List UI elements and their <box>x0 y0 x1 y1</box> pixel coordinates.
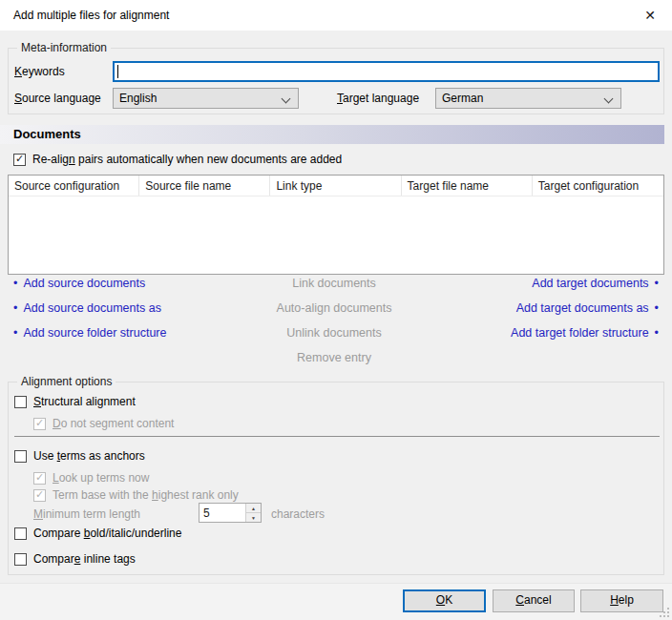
term-base-highest-rank-label: Term base with the highest rank only <box>52 488 239 502</box>
source-language-label: Source language <box>14 92 101 105</box>
add-target-documents-as-link[interactable]: Add target documents as <box>516 301 649 315</box>
column-header-target-file-name[interactable]: Target file name <box>402 176 533 196</box>
close-icon: ✕ <box>644 8 656 23</box>
documents-table-header: Source configuration Source file name Li… <box>9 176 663 196</box>
do-not-segment-checkbox: ✓ Do not segment content <box>33 417 174 430</box>
checkbox-checked-icon: ✓ <box>13 154 26 166</box>
documents-table-body <box>9 196 663 275</box>
target-links-column: Add target documents• Add target documen… <box>511 277 659 351</box>
bullet-icon: • <box>655 301 659 315</box>
target-language-value: German <box>442 92 483 105</box>
remove-entry-action: Remove entry <box>297 351 371 364</box>
realign-label: Re-align pairs automatically when new do… <box>32 153 342 166</box>
use-terms-as-anchors-label: Use terms as anchors <box>33 449 145 463</box>
link-actions-column: Link documents Auto-align documents Unli… <box>220 277 449 376</box>
add-target-folder-structure-link[interactable]: Add target folder structure <box>511 326 649 340</box>
source-language-select[interactable]: English <box>113 88 299 109</box>
bullet-icon: • <box>13 301 17 315</box>
button-bar: OK Cancel Help <box>0 583 672 620</box>
look-up-terms-checkbox: ✓ Look up terms now <box>33 471 149 485</box>
source-links-column: •Add source documents •Add source docume… <box>13 277 166 351</box>
resize-grip[interactable] <box>659 607 669 617</box>
meta-information-group-label: Meta-information <box>17 41 111 54</box>
bullet-icon: • <box>13 277 17 290</box>
checkbox-checked-disabled-icon: ✓ <box>33 472 46 485</box>
unlink-documents-action: Unlink documents <box>286 326 381 340</box>
meta-information-group: Meta-information Keywords Source languag… <box>8 48 664 114</box>
checkbox-unchecked-icon <box>14 527 27 540</box>
text-caret <box>117 65 118 78</box>
spin-down-icon: ▼ <box>246 513 261 522</box>
checkbox-checked-disabled-icon: ✓ <box>33 418 46 430</box>
add-source-folder-structure-link[interactable]: Add source folder structure <box>23 326 166 340</box>
term-base-highest-rank-checkbox: ✓ Term base with the highest rank only <box>33 488 239 502</box>
documents-section-header: Documents <box>0 125 664 144</box>
add-target-documents-link[interactable]: Add target documents <box>532 277 648 290</box>
use-terms-as-anchors-checkbox[interactable]: Use terms as anchors <box>14 449 145 463</box>
target-language-select[interactable]: German <box>435 88 621 109</box>
alignment-options-group: Alignment options Structural alignment ✓… <box>8 382 664 575</box>
close-button[interactable]: ✕ <box>628 0 672 31</box>
compare-inline-tags-label: Compare inline tags <box>33 552 136 566</box>
characters-unit-label: characters <box>271 507 325 521</box>
source-language-value: English <box>119 92 157 105</box>
compare-bold-italic-underline-checkbox[interactable]: Compare bold/italic/underline <box>14 527 181 540</box>
keywords-label: Keywords <box>14 65 65 78</box>
realign-checkbox[interactable]: ✓ Re-align pairs automatically when new … <box>13 153 342 166</box>
spin-up-icon: ▲ <box>246 504 261 513</box>
do-not-segment-label: Do not segment content <box>52 417 174 430</box>
checkbox-checked-disabled-icon: ✓ <box>33 489 46 502</box>
checkbox-unchecked-icon <box>14 396 27 408</box>
minimum-term-length-value: 5 <box>200 504 245 522</box>
alignment-options-group-label: Alignment options <box>17 375 116 388</box>
look-up-terms-label: Look up terms now <box>52 471 149 485</box>
bullet-icon: • <box>655 326 659 340</box>
chevron-down-icon <box>282 94 291 104</box>
bullet-icon: • <box>655 277 659 290</box>
bullet-icon: • <box>13 326 17 340</box>
title-bar: Add multiple files for alignment ✕ <box>0 0 672 31</box>
minimum-term-length-label: Minimum term length <box>33 507 140 521</box>
documents-table[interactable]: Source configuration Source file name Li… <box>8 175 664 275</box>
keywords-input[interactable] <box>113 61 660 82</box>
compare-inline-tags-checkbox[interactable]: Compare inline tags <box>14 552 136 566</box>
minimum-term-length-stepper: 5 ▲ ▼ <box>199 503 262 523</box>
add-source-documents-as-link[interactable]: Add source documents as <box>23 301 161 315</box>
dialog-title: Add multiple files for alignment <box>13 9 169 22</box>
checkbox-unchecked-icon <box>14 553 27 566</box>
target-language-label: Target language <box>337 92 419 105</box>
column-header-source-configuration[interactable]: Source configuration <box>9 176 139 196</box>
add-source-documents-link[interactable]: Add source documents <box>23 277 145 290</box>
column-header-target-configuration[interactable]: Target configuration <box>533 176 663 196</box>
spinner-buttons: ▲ ▼ <box>245 504 261 522</box>
structural-alignment-checkbox[interactable]: Structural alignment <box>14 395 136 408</box>
cancel-button[interactable]: Cancel <box>493 589 575 612</box>
column-header-link-type[interactable]: Link type <box>270 176 401 196</box>
ok-button[interactable]: OK <box>403 589 486 612</box>
auto-align-documents-action: Auto-align documents <box>277 301 392 315</box>
help-button[interactable]: Help <box>580 589 663 612</box>
separator <box>14 436 660 437</box>
link-documents-action: Link documents <box>292 277 376 290</box>
chevron-down-icon <box>604 94 614 104</box>
compare-bold-italic-underline-label: Compare bold/italic/underline <box>33 527 181 540</box>
structural-alignment-label: Structural alignment <box>33 395 136 408</box>
column-header-source-file-name[interactable]: Source file name <box>139 176 270 196</box>
checkbox-unchecked-icon <box>14 450 27 463</box>
